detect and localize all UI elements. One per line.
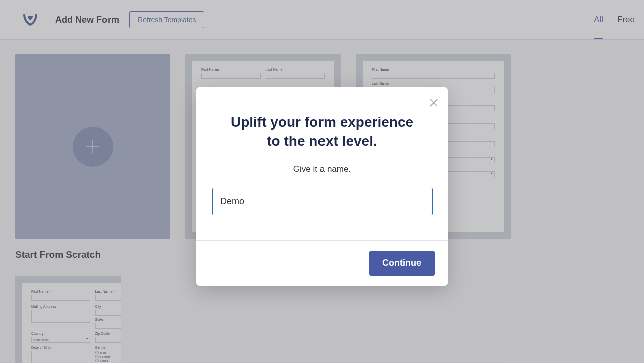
close-button[interactable] [428, 98, 439, 110]
modal-subtitle: Give it a name. [212, 164, 432, 174]
continue-button[interactable]: Continue [369, 251, 435, 276]
modal-title: Uplift your form experience to the next … [212, 113, 432, 151]
modal-overlay: Uplift your form experience to the next … [0, 0, 644, 363]
modal-footer: Continue [196, 240, 448, 286]
close-icon [428, 98, 439, 108]
new-form-modal: Uplift your form experience to the next … [196, 87, 448, 286]
form-name-input[interactable] [212, 188, 433, 215]
